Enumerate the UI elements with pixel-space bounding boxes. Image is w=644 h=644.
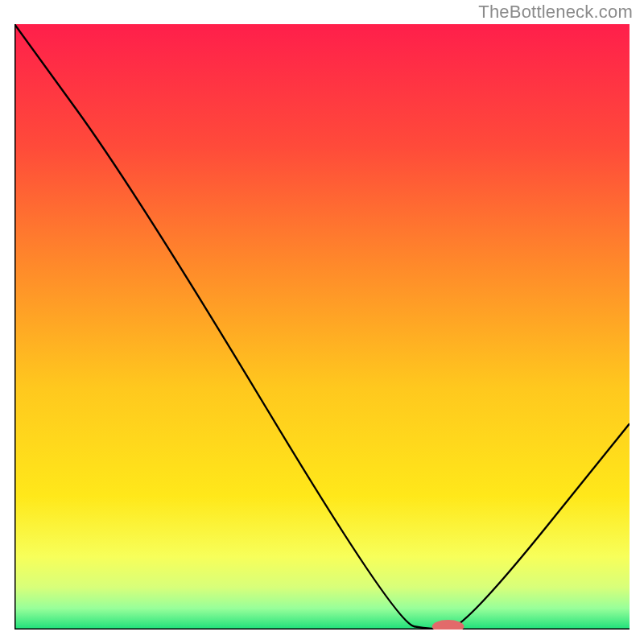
plot-area [14, 24, 630, 630]
chart-svg [14, 24, 630, 630]
chart-stage: TheBottleneck.com [0, 0, 644, 644]
watermark-text: TheBottleneck.com [478, 2, 633, 23]
